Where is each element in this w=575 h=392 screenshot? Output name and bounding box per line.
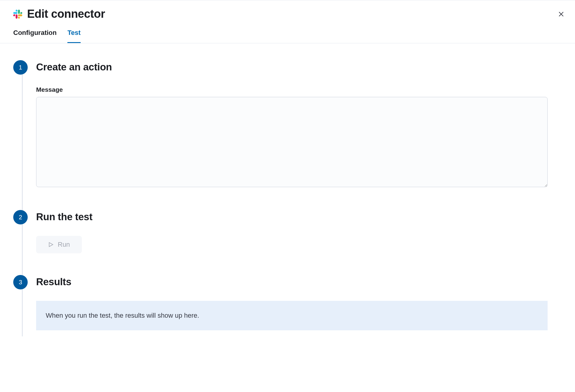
steps: 1 Create an action Message 2 Run the tes… <box>13 60 562 336</box>
slack-icon <box>13 10 22 19</box>
header: Edit connector Configuration Test <box>0 0 575 43</box>
message-label: Message <box>36 86 562 93</box>
svg-marker-2 <box>49 242 53 247</box>
close-icon <box>558 11 565 18</box>
step-results: 3 Results When you run the test, the res… <box>13 275 562 336</box>
run-button-label: Run <box>58 241 70 248</box>
tabs: Configuration Test <box>13 29 562 43</box>
page-title: Edit connector <box>27 8 105 20</box>
step-title-create-action: Create an action <box>36 61 562 73</box>
tab-configuration[interactable]: Configuration <box>13 29 57 43</box>
tab-test[interactable]: Test <box>67 29 81 43</box>
step-number-2: 2 <box>13 210 28 224</box>
step-title-results: Results <box>36 276 562 288</box>
play-icon <box>48 242 54 247</box>
title-row: Edit connector <box>13 8 562 20</box>
results-placeholder: When you run the test, the results will … <box>36 301 548 330</box>
message-input[interactable] <box>36 97 548 187</box>
step-create-action: 1 Create an action Message <box>13 60 562 210</box>
content: 1 Create an action Message 2 Run the tes… <box>0 43 575 350</box>
close-button[interactable] <box>556 9 567 20</box>
step-title-run-test: Run the test <box>36 211 562 223</box>
step-number-3: 3 <box>13 275 28 289</box>
step-number-1: 1 <box>13 60 28 75</box>
run-button[interactable]: Run <box>36 236 82 253</box>
step-run-test: 2 Run the test Run <box>13 210 562 275</box>
